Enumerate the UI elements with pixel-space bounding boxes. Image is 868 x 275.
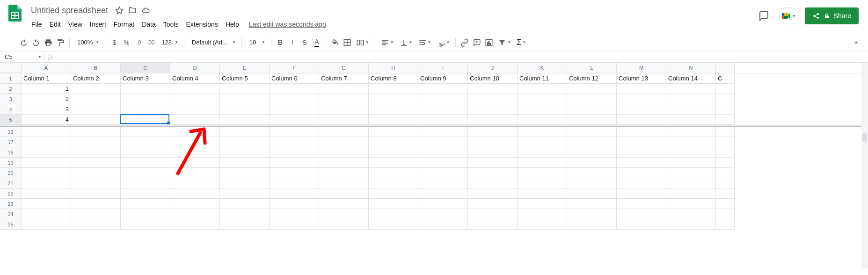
cell[interactable] [170, 219, 220, 230]
formula-input[interactable] [56, 53, 868, 60]
cell[interactable] [270, 94, 319, 104]
cell[interactable] [617, 147, 666, 158]
cell[interactable]: Column 10 [468, 73, 518, 84]
cell[interactable] [319, 209, 369, 219]
bold-button[interactable]: B [274, 36, 286, 49]
row-header[interactable]: 3 [0, 94, 22, 104]
cell[interactable] [170, 178, 220, 188]
cell[interactable] [319, 84, 369, 94]
cell[interactable]: Column 14 [666, 73, 716, 84]
cell[interactable] [666, 94, 716, 104]
column-header[interactable]: F [270, 63, 319, 73]
column-header[interactable]: C [121, 63, 170, 73]
cell[interactable] [666, 188, 716, 199]
menu-file[interactable]: File [28, 19, 45, 30]
cell[interactable] [567, 127, 617, 137]
cell[interactable] [369, 115, 418, 125]
cell[interactable] [418, 104, 468, 115]
row-header[interactable]: 16 [0, 127, 22, 137]
cell[interactable] [716, 158, 735, 168]
menu-format[interactable]: Format [110, 19, 138, 30]
cell[interactable] [418, 188, 468, 199]
cell[interactable] [71, 178, 121, 188]
row-header[interactable]: 25 [0, 219, 22, 230]
cell[interactable] [121, 115, 170, 125]
cell[interactable] [71, 104, 121, 115]
share-button[interactable]: Share [805, 7, 859, 24]
cell[interactable] [567, 168, 617, 178]
cell[interactable]: Column 8 [369, 73, 418, 84]
cell[interactable] [170, 94, 220, 104]
paint-format-button[interactable] [54, 36, 66, 49]
more-formats-button[interactable]: 123▼ [157, 36, 181, 49]
cell[interactable] [319, 115, 369, 125]
cell[interactable] [220, 94, 270, 104]
cell[interactable] [666, 219, 716, 230]
column-header[interactable]: D [170, 63, 220, 73]
cell[interactable] [369, 168, 418, 178]
cell[interactable] [567, 178, 617, 188]
document-title[interactable]: Untitled spreadsheet [28, 5, 111, 16]
cell[interactable] [418, 178, 468, 188]
cell[interactable] [170, 199, 220, 209]
cell[interactable] [71, 147, 121, 158]
cell[interactable] [567, 158, 617, 168]
cell[interactable] [369, 137, 418, 147]
cell[interactable] [319, 94, 369, 104]
cell[interactable] [666, 104, 716, 115]
cell[interactable] [270, 188, 319, 199]
cell[interactable] [666, 178, 716, 188]
cell[interactable] [220, 147, 270, 158]
cloud-status-icon[interactable] [141, 6, 150, 15]
cell[interactable]: 3 [22, 104, 71, 115]
row-header[interactable]: 1 [0, 73, 22, 84]
cell[interactable] [170, 158, 220, 168]
decrease-decimal-button[interactable]: .0 [132, 36, 145, 49]
cell[interactable] [666, 147, 716, 158]
cell[interactable] [567, 219, 617, 230]
filter-button[interactable]: ▼ [495, 36, 514, 49]
insert-link-button[interactable] [459, 36, 471, 49]
cell[interactable]: Column 7 [319, 73, 369, 84]
cell[interactable] [716, 104, 735, 115]
cell[interactable] [71, 219, 121, 230]
cell[interactable] [22, 199, 71, 209]
cell[interactable] [369, 104, 418, 115]
cell[interactable] [22, 219, 71, 230]
text-color-button[interactable]: A [311, 36, 323, 49]
cell[interactable] [270, 137, 319, 147]
cell[interactable]: Column 2 [71, 73, 121, 84]
cell[interactable] [71, 168, 121, 178]
cell[interactable] [270, 104, 319, 115]
cell[interactable] [121, 147, 170, 158]
cell[interactable] [121, 168, 170, 178]
cell[interactable] [121, 178, 170, 188]
cell[interactable] [71, 158, 121, 168]
cell[interactable] [170, 147, 220, 158]
cell[interactable] [71, 137, 121, 147]
cell[interactable] [617, 158, 666, 168]
column-header[interactable]: G [319, 63, 369, 73]
cell[interactable] [270, 115, 319, 125]
cell[interactable] [666, 127, 716, 137]
cell[interactable] [369, 127, 418, 137]
cell[interactable] [666, 158, 716, 168]
cell[interactable]: Column 11 [518, 73, 567, 84]
cell[interactable] [319, 127, 369, 137]
cell[interactable] [518, 115, 567, 125]
cell[interactable] [170, 115, 220, 125]
cell[interactable] [22, 168, 71, 178]
cell[interactable] [617, 115, 666, 125]
cell[interactable] [617, 199, 666, 209]
cell[interactable]: Column 12 [567, 73, 617, 84]
menu-help[interactable]: Help [222, 19, 242, 30]
cell[interactable] [418, 137, 468, 147]
font-select[interactable]: Default (Ari...▼ [187, 36, 239, 49]
cell[interactable] [468, 84, 518, 94]
cell[interactable] [468, 158, 518, 168]
cell[interactable] [666, 137, 716, 147]
cell[interactable] [220, 209, 270, 219]
cell[interactable] [418, 199, 468, 209]
cell[interactable] [567, 199, 617, 209]
cell[interactable] [468, 137, 518, 147]
